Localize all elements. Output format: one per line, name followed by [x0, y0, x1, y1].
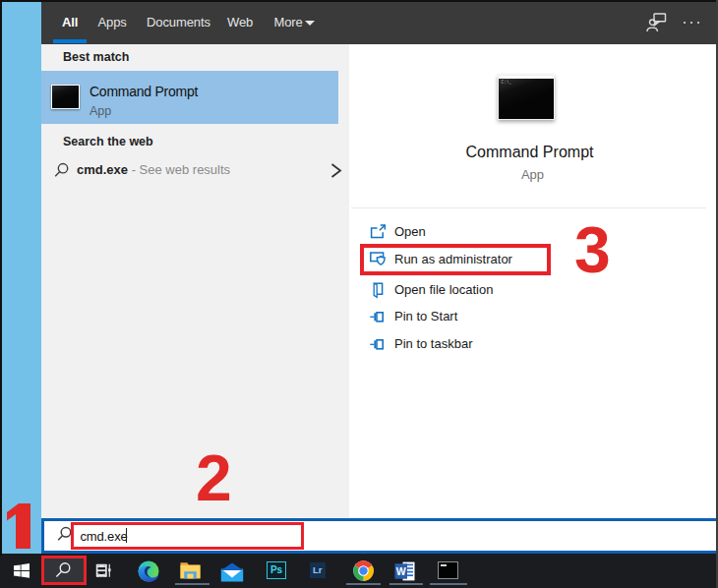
svg-text:W: W [396, 565, 406, 577]
